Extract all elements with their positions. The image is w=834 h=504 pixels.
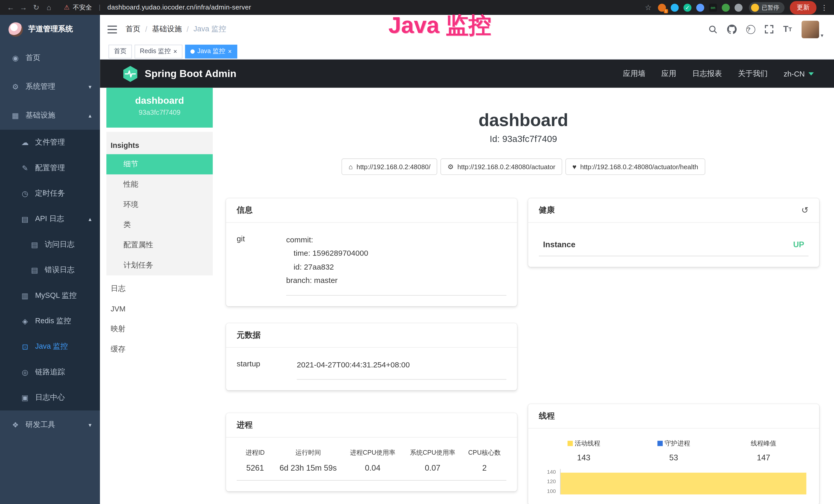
sidebar-item-config-management[interactable]: ✎ 配置管理 — [0, 155, 100, 181]
sba-item-caches[interactable]: 缓存 — [106, 339, 213, 360]
breadcrumb-infrastructure[interactable]: 基础设施 — [152, 24, 182, 34]
sidebar-item-dev-tools[interactable]: ❖ 研发工具 ▾ — [0, 411, 100, 439]
header-actions: ? TT ▾ — [709, 21, 823, 38]
sidebar-item-label: 配置管理 — [35, 163, 65, 173]
profile-paused-badge[interactable]: 已暂停 — [749, 2, 785, 13]
address-bar[interactable]: dashboard.yudao.iocoder.cn/infra/admin-s… — [107, 4, 251, 11]
info-card-header: 信息 — [226, 198, 517, 223]
github-icon[interactable] — [727, 24, 737, 34]
tab-label: 首页 — [114, 47, 127, 56]
back-icon[interactable]: ← — [4, 3, 17, 12]
security-chip[interactable]: ⚠ 不安全 | dashboard.yudao.iocoder.cn/infra… — [64, 3, 251, 12]
sba-instance-id: 93a3fc7f7409 — [106, 108, 213, 116]
api-log-icon: ▤ — [20, 215, 30, 223]
fullscreen-icon[interactable] — [765, 25, 774, 33]
tab-label: Redis 监控 — [140, 47, 171, 56]
sba-item-classes[interactable]: 类 — [106, 215, 213, 235]
redis-icon: ◈ — [20, 317, 30, 325]
sidebar-item-java-monitor[interactable]: ⊡ Java 监控 — [0, 334, 100, 359]
user-menu[interactable]: ▾ — [802, 21, 824, 38]
sba-item-details[interactable]: 细节 — [106, 154, 213, 175]
font-size-icon[interactable]: TT — [783, 24, 792, 34]
service-url-button[interactable]: ⌂ http://192.168.0.2:48080/ — [342, 158, 437, 175]
url-separator: | — [99, 4, 101, 11]
sidebar-item-infrastructure[interactable]: ▦ 基础设施 ▴ — [0, 101, 100, 130]
sidebar-item-redis-monitor[interactable]: ◈ Redis 监控 — [0, 308, 100, 334]
tab-java-monitor[interactable]: Java 监控 × — [185, 44, 237, 58]
sidebar-item-system[interactable]: ⚙ 系统管理 ▾ — [0, 72, 100, 101]
sba-nav-applications[interactable]: 应用 — [661, 69, 676, 78]
sidebar-item-access-logs[interactable]: ▤ 访问日志 — [0, 232, 100, 257]
history-icon[interactable]: ↺ — [802, 205, 809, 215]
browser-menu-icon[interactable]: ⋮ — [821, 3, 828, 11]
heart-icon: ♥ — [572, 163, 576, 171]
git-id-line: id: 27aa832 — [286, 260, 506, 274]
sidebar-item-label: MySQL 监控 — [35, 291, 77, 300]
warning-icon: ⚠ — [64, 4, 69, 11]
sba-nav-about[interactable]: 关于我们 — [738, 69, 768, 78]
reload-icon[interactable]: ↻ — [30, 3, 43, 12]
sba-instance-header[interactable]: dashboard 93a3fc7f7409 — [106, 88, 213, 128]
extension-grid-icon[interactable] — [696, 3, 704, 11]
breadcrumb-separator: / — [145, 25, 147, 33]
sba-nav-journal[interactable]: 日志报表 — [692, 69, 722, 78]
sba-item-metrics[interactable]: 性能 — [106, 174, 213, 194]
extensions-row: 1 ✓ on — [658, 3, 743, 11]
process-card-body: 进程ID 运行时间 进程CPU使用率 系统CPU使用率 CPU核心数 5261 — [226, 437, 517, 491]
extension-drop-icon[interactable] — [671, 3, 679, 11]
security-label: 不安全 — [73, 3, 92, 12]
font-size-large: T — [783, 24, 788, 34]
actuator-url-button[interactable]: ⚙ http://192.168.0.2:48080/actuator — [440, 158, 562, 175]
metadata-key: startup — [237, 358, 297, 380]
sba-item-mappings[interactable]: 映射 — [106, 319, 213, 339]
health-instance-row[interactable]: Instance UP — [539, 233, 809, 256]
sidebar-item-api-logs[interactable]: ▤ API 日志 ▴ — [0, 206, 100, 232]
caret-down-icon: ▾ — [821, 32, 823, 38]
sba-item-logs[interactable]: 日志 — [106, 279, 213, 299]
hamburger-icon[interactable] — [107, 25, 117, 33]
card-title: 健康 — [539, 205, 555, 215]
search-icon[interactable] — [709, 25, 718, 33]
close-icon[interactable]: × — [228, 47, 232, 55]
sidebar-item-label: 日志中心 — [35, 393, 65, 402]
close-icon[interactable]: × — [173, 47, 177, 55]
sba-locale-select[interactable]: zh-CN — [784, 69, 814, 78]
update-button[interactable]: 更新 — [790, 1, 816, 14]
metadata-row-startup: startup 2021-04-27T00:44:31.254+08:00 — [237, 358, 506, 380]
sidebar-item-trace[interactable]: ◎ 链路追踪 — [0, 360, 100, 385]
col-header: 系统CPU使用率 — [403, 448, 463, 457]
extension-check-icon[interactable]: ✓ — [683, 3, 692, 11]
sba-brand[interactable]: Spring Boot Admin — [122, 65, 236, 82]
breadcrumb-home[interactable]: 首页 — [126, 24, 140, 34]
sidebar-item-file-management[interactable]: ☁ 文件管理 — [0, 130, 100, 155]
extension-on-icon[interactable]: on — [709, 3, 717, 11]
git-time-line: time: 1596289704000 — [286, 247, 506, 260]
health-card-header: 健康 ↺ — [528, 198, 819, 223]
help-icon[interactable]: ? — [746, 25, 755, 33]
tab-redis-monitor[interactable]: Redis 监控 × — [135, 44, 182, 58]
sidebar-item-label: 系统管理 — [25, 82, 55, 91]
app-logo[interactable]: 芋道管理系统 — [0, 15, 100, 44]
extension-paw-icon[interactable] — [734, 3, 743, 11]
sba-nav-wallboard[interactable]: 应用墙 — [623, 69, 645, 78]
tab-home[interactable]: 首页 — [108, 44, 132, 58]
sidebar-item-log-center[interactable]: ▣ 日志中心 — [0, 385, 100, 410]
forward-icon[interactable]: → — [17, 3, 30, 12]
sidebar-item-scheduled-tasks[interactable]: ◷ 定时任务 — [0, 181, 100, 206]
sidebar-item-home[interactable]: ◉ 首页 — [0, 44, 100, 72]
sidebar-item-label: 链路追踪 — [35, 367, 65, 377]
browser-home-icon[interactable]: ⌂ — [43, 3, 56, 12]
home-icon: ⌂ — [349, 163, 353, 171]
sba-item-environment[interactable]: 环境 — [106, 194, 213, 215]
extension-leaf-icon[interactable] — [722, 3, 730, 11]
sba-item-scheduled-tasks[interactable]: 计划任务 — [106, 255, 213, 275]
sidebar-item-mysql-monitor[interactable]: ▥ MySQL 监控 — [0, 283, 100, 308]
sba-item-configprops[interactable]: 配置属性 — [106, 235, 213, 255]
bookmark-star-icon[interactable]: ☆ — [645, 3, 652, 12]
cards-left-column: 信息 git commit: time: 1596289704000 — [226, 198, 517, 504]
sba-item-jvm[interactable]: JVM — [106, 299, 213, 319]
col-header: CPU核心数 — [463, 448, 506, 457]
health-url-button[interactable]: ♥ http://192.168.0.2:48080/actuator/heal… — [566, 158, 705, 175]
extension-fox-icon[interactable]: 1 — [658, 3, 666, 11]
sidebar-item-error-logs[interactable]: ▤ 错误日志 — [0, 257, 100, 283]
